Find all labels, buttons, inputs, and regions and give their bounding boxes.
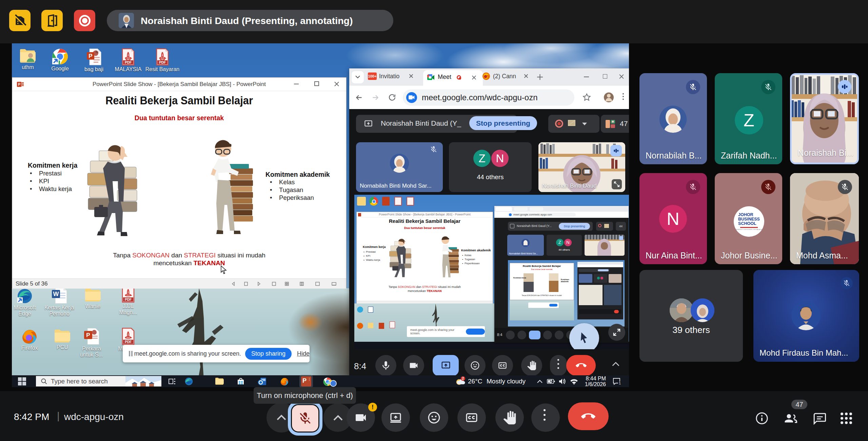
svg-text:PDF: PDF	[159, 61, 166, 64]
svg-text:2: 2	[462, 377, 464, 380]
svg-text:P: P	[86, 332, 90, 338]
svg-text:PDF: PDF	[125, 61, 132, 64]
svg-text:1: 1	[619, 381, 621, 385]
svg-text:PDF: PDF	[125, 298, 132, 301]
svg-text:W: W	[53, 291, 59, 297]
svg-text:P: P	[88, 53, 92, 59]
svg-text:PDF: PDF	[125, 340, 132, 344]
